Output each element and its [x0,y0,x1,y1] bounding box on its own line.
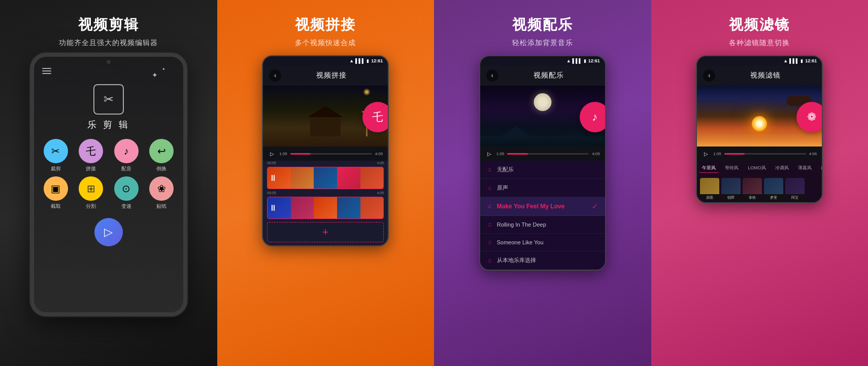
my-videos-button[interactable]: ▷ [94,218,123,246]
status-icons-3: ▲ ▌▌▌ ▮ [566,58,586,63]
music-note-5: ♫ [487,257,492,264]
music-item-4[interactable]: ♫ Someone Like You [480,234,605,251]
btn-capture-circle: ▣ [44,176,68,201]
app-logo-area: ✂ 乐 剪 辑 [34,84,183,131]
filter-img-1 [721,178,741,194]
filter-tab-4[interactable]: 薄暮风 [795,164,815,173]
screen-header-4: ‹ 视频滤镜 [697,65,822,86]
timeline-strip-1[interactable] [267,167,384,189]
btn-capture[interactable]: ▣ 截取 [40,176,72,210]
back-button-2[interactable]: ‹ [269,69,281,82]
status-time-2: 12:61 [371,58,383,63]
seg-2 [291,167,314,189]
btn-sticker[interactable]: ❀ 贴纸 [146,176,177,210]
seg-1b [314,197,337,218]
wifi-icon-4: ▲ [783,58,788,63]
filter-img-0 [700,178,719,194]
panel-4-fab[interactable]: ❁ [796,102,823,132]
phone-3-screen: ♪ ▲ ▌▌▌ ▮ 12:61 ‹ 视频配乐 ▷ 1:05 [479,55,606,271]
btn-split-circle: ⊞ [79,176,103,201]
filter-label-2: 拿铁 [743,194,762,200]
seg-7 [291,197,314,218]
seg-1 [268,167,291,189]
music-item-2[interactable]: ♫ Make You Feel My Love ✓ [480,197,605,216]
filter-thumb-1[interactable]: 锐野 [721,178,741,200]
back-button-3[interactable]: ‹ [486,69,498,82]
music-item-5[interactable]: ♫ 从本地乐库选择 [480,251,605,270]
music-label-2: Make You Feel My Love [497,203,587,210]
btn-sticker-circle: ❀ [149,176,174,201]
panel-2-title: 视频拼接 [295,15,356,34]
filter-thumb-4[interactable]: 阿宝 [785,178,805,200]
play-button-3[interactable]: ▷ [485,150,493,158]
btn-speed[interactable]: ⊙ 变速 [111,176,142,210]
bottom-area: ▷ [34,218,183,246]
progress-bar-2[interactable] [290,153,372,155]
seg-5b [360,197,384,218]
btn-crop[interactable]: ✂ 裁剪 [40,139,72,172]
seg-3 [314,167,337,189]
timeline-strip-2[interactable] [267,197,384,219]
music-item-3[interactable]: ♫ Rolling In The Deep [480,216,605,234]
time-start-3: 1:05 [496,152,505,156]
filter-img-3 [764,178,783,194]
btn-reverse-label: 倒换 [156,165,166,172]
battery-icon-4: ▮ [800,58,803,63]
btn-audio-label: 配音 [121,165,131,172]
play-button-4[interactable]: ▷ [702,150,710,158]
btn-audio[interactable]: ♪ 配音 [111,139,142,172]
music-item-1[interactable]: ♫ 原声 [480,179,605,197]
panel-2-fab[interactable]: 乇 [362,102,389,132]
filter-tab-1[interactable]: 哥特风 [722,164,742,173]
app-name: 乐 剪 辑 [87,119,130,131]
btn-sticker-label: 贴纸 [156,203,166,210]
status-bar-4: ▲ ▌▌▌ ▮ 12:61 [697,56,822,65]
video-controls-4: ▷ 1:05 4:06 [697,147,822,161]
filter-tab-2[interactable]: LOMO风 [745,164,769,173]
light-glow [363,88,371,96]
add-video-button[interactable]: + [267,222,384,242]
filter-thumb-2[interactable]: 拿铁 [743,178,762,200]
sparkle-decoration: ✦ [152,71,158,79]
music-note-4: ♫ [487,239,492,246]
status-bar-2: ▲ ▌▌▌ ▮ 12:61 [263,56,388,65]
panel-3-subtitle: 轻松添加背景音乐 [512,39,573,48]
wifi-icon: ▲ [349,58,354,63]
filter-tab-5[interactable]: 夜色风 [818,164,822,173]
strip-time-labels-2: 00:05 4:05 [263,191,388,195]
filter-tab-0[interactable]: 午茶风 [699,164,719,173]
filter-thumb-0[interactable]: 原图 [700,178,719,200]
time-start-2: 1:05 [279,152,287,156]
seg-6 [268,197,291,218]
function-buttons-grid: ✂ 裁剪 乇 拼接 ♪ 配音 ↩ 倒换 ▣ 截取 ⊞ 分割 [34,131,183,214]
video-icon: ▷ [104,226,113,239]
filter-tab-3[interactable]: 冷调风 [772,164,792,173]
pause-indicator-2 [272,205,275,211]
progress-bar-4[interactable] [724,153,806,155]
panel-3-title: 视频配乐 [512,15,573,34]
btn-splice-circle: 乇 [79,139,103,163]
btn-split[interactable]: ⊞ 分割 [75,176,107,210]
panel-video-music: 视频配乐 轻松添加背景音乐 ♪ ▲ ▌▌▌ ▮ 12:61 ‹ 视频配乐 ▷ 1… [434,0,651,366]
video-controls-2: ▷ 1:05 4:05 [263,147,388,161]
pause-indicator [272,175,275,181]
time-start-4: 1:05 [713,152,721,156]
filter-label-3: 梦里 [764,194,783,200]
btn-crop-circle: ✂ [44,139,68,163]
panel-4-title: 视频滤镜 [729,15,790,34]
progress-bar-3[interactable] [507,153,589,155]
btn-reverse[interactable]: ↩ 倒换 [146,139,177,172]
play-button-2[interactable]: ▷ [268,150,276,158]
music-label-3: Rolling In The Deep [497,222,598,228]
status-icons-2: ▲ ▌▌▌ ▮ [349,58,369,63]
time-end-3: 4:05 [592,152,600,156]
btn-audio-circle: ♪ [114,139,139,163]
filter-thumb-3[interactable]: 梦里 [764,178,783,200]
time-end-2: 4:05 [375,152,383,156]
back-button-4[interactable]: ‹ [703,69,715,82]
music-item-0[interactable]: ♫ 无配乐 [480,161,605,179]
filter-label-4: 阿宝 [785,194,805,200]
strip-time-labels-1: 00:05 4:05 [263,161,388,165]
filter-img-4 [785,178,805,194]
btn-splice[interactable]: 乇 拼接 [75,139,107,172]
